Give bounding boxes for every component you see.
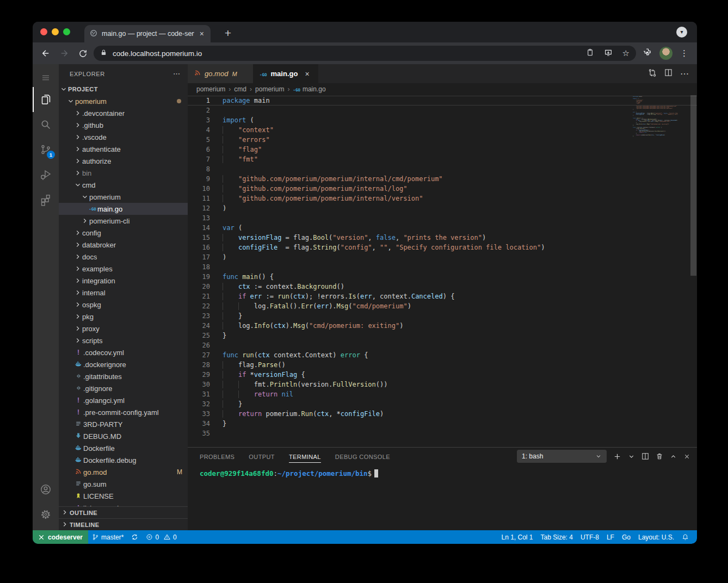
- close-panel-icon[interactable]: [683, 453, 690, 460]
- settings-gear-icon[interactable]: [33, 502, 59, 527]
- explorer-icon[interactable]: [33, 87, 59, 112]
- url-bar[interactable]: code.localhost.pomerium.io ☆: [94, 46, 636, 61]
- breadcrumb[interactable]: pomerium › cmd › pomerium › -GOmain.go: [188, 83, 697, 95]
- tree-item-main-go[interactable]: -GOmain.go: [59, 203, 188, 215]
- editor-tab-gomod[interactable]: go.mod M: [188, 64, 253, 83]
- tree-item-pomerium[interactable]: pomerium: [59, 191, 188, 203]
- tree-item-databroker[interactable]: databroker: [59, 239, 188, 251]
- problems-indicator[interactable]: 0 0: [142, 530, 180, 544]
- tree-item-pomerium-cli[interactable]: pomerium-cli: [59, 215, 188, 227]
- terminal-select[interactable]: 1: bash: [517, 450, 607, 463]
- tree-item-go-mod[interactable]: go.modM: [59, 466, 188, 478]
- tree-item--codecov-yml[interactable]: !.codecov.yml: [59, 346, 188, 358]
- tree-item-cmd[interactable]: cmd: [59, 179, 188, 191]
- tab-search-button[interactable]: ▾: [676, 27, 687, 38]
- back-button[interactable]: [38, 46, 53, 61]
- tree-item-scripts[interactable]: scripts: [59, 334, 188, 346]
- window-controls[interactable]: [40, 28, 70, 35]
- tree-item-dockerfile-debug[interactable]: Dockerfile.debug: [59, 454, 188, 466]
- cursor-position[interactable]: Ln 1, Col 1: [498, 530, 537, 544]
- remote-indicator[interactable]: codeserver: [33, 530, 88, 544]
- browser-tab[interactable]: main.go — project — code-serv ×: [84, 25, 211, 42]
- timeline-section[interactable]: TIMELINE: [59, 518, 188, 530]
- tree-item--golangci-yml[interactable]: !.golangci.yml: [59, 394, 188, 406]
- panel-tab-terminal[interactable]: TERMINAL: [289, 450, 321, 463]
- scm-icon[interactable]: 1: [33, 137, 59, 162]
- tree-item-debug-md[interactable]: DEBUG.MD: [59, 430, 188, 442]
- sync-button[interactable]: [127, 530, 142, 544]
- tree-item-go-sum[interactable]: go.sum: [59, 478, 188, 490]
- trash-icon[interactable]: [656, 452, 663, 460]
- tab-size[interactable]: Tab Size: 4: [537, 530, 577, 544]
- minimap[interactable]: package main import ( "context" "errors"…: [633, 96, 678, 138]
- notifications-bell[interactable]: [678, 530, 693, 544]
- keyboard-layout[interactable]: Layout: U.S.: [634, 530, 678, 544]
- eol[interactable]: LF: [603, 530, 618, 544]
- vs-extensions-icon[interactable]: [33, 187, 59, 212]
- tree-item-license[interactable]: LICENSE: [59, 490, 188, 502]
- terminal[interactable]: coder@929f14a68fd0:~/project/pomerium/bi…: [188, 465, 697, 530]
- new-terminal-button[interactable]: [613, 452, 621, 461]
- tree-item--github[interactable]: .github: [59, 119, 188, 131]
- url-text[interactable]: code.localhost.pomerium.io: [113, 49, 581, 58]
- encoding[interactable]: UTF-8: [577, 530, 603, 544]
- tree-item--pre-commit-config-yaml[interactable]: !.pre-commit-config.yaml: [59, 406, 188, 418]
- maximize-panel-icon[interactable]: [670, 453, 677, 460]
- zoom-window-button[interactable]: [63, 28, 70, 35]
- code-editor[interactable]: 1package main23import (4 "context"5 "err…: [188, 95, 697, 447]
- tree-item--gitattributes[interactable]: .gitattributes: [59, 370, 188, 382]
- tree-item-lichen-yaml[interactable]: !lichen.yaml: [59, 502, 188, 506]
- browser-menu-icon[interactable]: ⋮: [680, 48, 688, 58]
- search-icon[interactable]: [33, 112, 59, 137]
- tree-item-examples[interactable]: examples: [59, 263, 188, 275]
- account-icon[interactable]: [33, 477, 59, 502]
- editor-scrollbar[interactable]: [690, 95, 697, 447]
- tree-item-project[interactable]: PROJECT: [59, 83, 188, 95]
- tree-item-pomerium[interactable]: pomerium: [59, 95, 188, 107]
- debug-icon[interactable]: [33, 162, 59, 187]
- compare-icon[interactable]: [648, 69, 657, 79]
- profile-avatar[interactable]: [659, 47, 673, 60]
- panel-tab-output[interactable]: OUTPUT: [249, 450, 275, 462]
- menu-icon[interactable]: [33, 69, 59, 87]
- forward-button[interactable]: [57, 46, 72, 61]
- tree-item--dockerignore[interactable]: .dockerignore: [59, 358, 188, 370]
- tab-close-icon[interactable]: ×: [305, 70, 309, 78]
- tab-close-icon[interactable]: ×: [199, 29, 205, 38]
- install-icon[interactable]: [604, 48, 613, 59]
- clipboard-icon[interactable]: [586, 48, 594, 58]
- scrollbar-thumb[interactable]: [690, 95, 696, 276]
- tree-item--devcontainer[interactable]: .devcontainer: [59, 107, 188, 119]
- extensions-puzzle-icon[interactable]: [643, 48, 652, 59]
- star-icon[interactable]: ☆: [622, 48, 630, 58]
- reload-button[interactable]: [75, 46, 90, 61]
- panel-tab-debug-console[interactable]: DEBUG CONSOLE: [335, 450, 390, 462]
- tree-item-authorize[interactable]: authorize: [59, 155, 188, 167]
- close-window-button[interactable]: [40, 28, 47, 35]
- tree-item-ospkg[interactable]: ospkg: [59, 299, 188, 311]
- tree-item-dockerfile[interactable]: Dockerfile: [59, 442, 188, 454]
- new-tab-button[interactable]: +: [220, 26, 236, 40]
- tree-item-pkg[interactable]: pkg: [59, 311, 188, 322]
- tree-item-docs[interactable]: docs: [59, 251, 188, 263]
- editor-tab-maingo[interactable]: -GO main.go ×: [253, 64, 318, 83]
- tree-item-integration[interactable]: integration: [59, 275, 188, 287]
- explorer-more-actions-icon[interactable]: ⋯: [173, 70, 181, 78]
- outline-section[interactable]: OUTLINE: [59, 506, 188, 518]
- branch-indicator[interactable]: master*: [88, 530, 127, 544]
- split-editor-icon[interactable]: [664, 69, 673, 79]
- tree-item--gitignore[interactable]: .gitignore: [59, 382, 188, 394]
- panel-tab-problems[interactable]: PROBLEMS: [200, 450, 235, 462]
- tree-item-bin[interactable]: bin: [59, 167, 188, 179]
- terminal-dropdown-icon[interactable]: [628, 453, 635, 460]
- language-mode[interactable]: Go: [618, 530, 634, 544]
- more-actions-icon[interactable]: ⋯: [680, 69, 689, 79]
- tree-item-config[interactable]: config: [59, 227, 188, 239]
- tree-item-authenticate[interactable]: authenticate: [59, 143, 188, 155]
- tree-item-proxy[interactable]: proxy: [59, 322, 188, 334]
- minimize-window-button[interactable]: [52, 28, 59, 35]
- tree-item--vscode[interactable]: .vscode: [59, 131, 188, 143]
- tree-item-internal[interactable]: internal: [59, 287, 188, 299]
- split-terminal-icon[interactable]: [641, 452, 649, 460]
- tree-item-3rd-party[interactable]: 3RD-PARTY: [59, 418, 188, 430]
